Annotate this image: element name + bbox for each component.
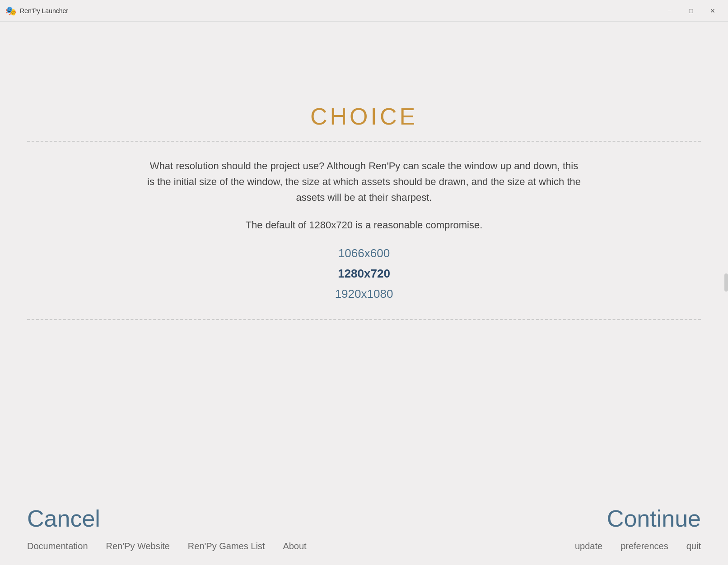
top-spacer (0, 22, 728, 103)
choice-default-note: The default of 1280x720 is a reasonable … (27, 219, 701, 231)
footer-link-quit[interactable]: quit (686, 541, 701, 551)
cancel-button[interactable]: Cancel (27, 505, 100, 532)
choice-options: 1066x600 1280x720 1920x1080 (27, 245, 701, 303)
continue-button[interactable]: Continue (607, 505, 701, 532)
choice-heading: CHOICE (27, 103, 701, 130)
middle-spacer (0, 320, 728, 505)
choice-option-1920[interactable]: 1920x1080 (330, 285, 399, 303)
top-divider (27, 141, 701, 142)
footer-link-documentation[interactable]: Documentation (27, 541, 88, 551)
footer-right-links: update preferences quit (575, 541, 701, 551)
footer-link-about[interactable]: About (283, 541, 306, 551)
footer-link-games-list[interactable]: Ren'Py Games List (188, 541, 265, 551)
footer-link-renpy-website[interactable]: Ren'Py Website (106, 541, 170, 551)
choice-description: What resolution should the project use? … (147, 158, 581, 206)
main-content: CHOICE What resolution should the projec… (0, 22, 728, 565)
footer: Documentation Ren'Py Website Ren'Py Game… (0, 541, 728, 565)
maximize-button[interactable]: □ (681, 4, 701, 18)
choice-section: CHOICE What resolution should the projec… (0, 103, 728, 320)
app-title: Ren'Py Launcher (20, 7, 68, 14)
footer-link-preferences[interactable]: preferences (621, 541, 668, 551)
footer-left-links: Documentation Ren'Py Website Ren'Py Game… (27, 541, 307, 551)
app-icon: 🎭 (5, 5, 16, 16)
minimize-button[interactable]: − (659, 4, 679, 18)
footer-link-update[interactable]: update (575, 541, 602, 551)
titlebar-controls: − □ ✕ (659, 4, 723, 18)
choice-option-1280[interactable]: 1280x720 (332, 265, 396, 282)
scroll-indicator (724, 273, 728, 292)
titlebar: 🎭 Ren'Py Launcher − □ ✕ (0, 0, 728, 22)
bottom-actions: Cancel Continue (0, 505, 728, 541)
titlebar-left: 🎭 Ren'Py Launcher (5, 5, 68, 16)
choice-option-1066[interactable]: 1066x600 (333, 245, 395, 262)
close-button[interactable]: ✕ (703, 4, 723, 18)
